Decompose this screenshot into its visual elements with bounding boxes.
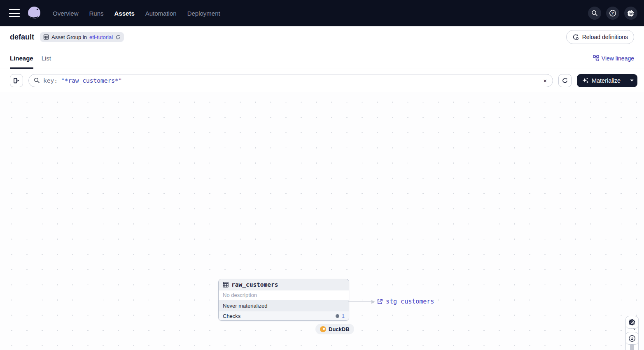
help-icon: ? [609,9,616,17]
global-search-button[interactable] [588,7,601,20]
dagster-logo[interactable] [26,5,42,21]
view-lineage-label: View lineage [602,55,634,62]
sparkle-icon [582,77,589,84]
asset-name: raw_customers [231,281,278,288]
tabs-bar: Lineage List View lineage [0,48,644,69]
recenter-button[interactable] [625,332,639,345]
nav-assets[interactable]: Assets [114,10,135,17]
materialize-label: Materialize [592,77,621,84]
top-navigation-bar: Overview Runs Assets Automation Deployme… [0,0,644,26]
asset-search-input[interactable]: key:"*raw_customers*" ✕ [28,74,553,87]
lineage-canvas[interactable]: raw_customers No description Never mater… [0,92,644,350]
nav-deployment[interactable]: Deployment [187,10,220,17]
clear-search-icon[interactable]: ✕ [542,77,547,84]
downstream-asset-name: stg_customers [386,298,434,305]
edge-arrow [348,299,376,305]
code-location-link[interactable]: etl-tutorial [89,34,113,40]
badge-text: Asset Group in [51,34,87,40]
reload-definitions-label: Reload definitions [582,34,628,40]
page-title: default [10,33,34,42]
recenter-icon [628,335,636,342]
tab-lineage[interactable]: Lineage [10,48,33,69]
graph-settings-button[interactable] [625,316,639,329]
lineage-graph-icon [593,55,599,61]
checks-label: Checks [223,313,240,319]
open-panel-icon [13,77,20,84]
duckdb-icon [320,326,326,332]
toggle-sidebar-button[interactable] [10,74,23,87]
refresh-icon [562,77,568,84]
lineage-toolbar: key:"*raw_customers*" ✕ Materialize [0,69,644,92]
user-settings-button[interactable] [624,7,637,20]
gear-icon [629,319,636,326]
asset-node-header: raw_customers [219,279,349,290]
materialize-button[interactable]: Materialize [577,74,626,87]
kind-tag-label: DuckDB [329,326,350,332]
materialize-dropdown-button[interactable] [626,74,637,87]
reload-location-icon[interactable] [115,35,121,40]
chevron-down-icon [630,79,634,82]
asset-group-badge: Asset Group in etl-tutorial [40,32,124,42]
search-key-token: key: [43,77,58,84]
svg-text:?: ? [611,11,614,15]
kind-tag-duckdb[interactable]: DuckDB [315,324,354,334]
checks-count: 1 [342,313,345,319]
nav-runs[interactable]: Runs [89,10,104,17]
nav-automation[interactable]: Automation [145,10,177,17]
tab-list[interactable]: List [42,48,51,69]
asset-status: Never materialized [219,300,349,311]
nav-overview[interactable]: Overview [53,10,79,17]
materialize-button-group: Materialize [577,74,637,87]
topnav-actions: ? [588,7,637,20]
hamburger-menu-icon[interactable] [9,9,20,17]
search-value-token: "*raw_customers*" [61,77,122,84]
asset-description: No description [219,290,349,300]
downstream-asset-stg-customers[interactable]: stg_customers [377,298,434,305]
refresh-graph-button[interactable] [558,74,572,87]
view-lineage-link[interactable]: View lineage [593,55,634,62]
table-icon [223,282,229,287]
search-icon [34,77,40,83]
table-icon [43,34,49,40]
external-link-icon [377,299,383,305]
search-icon [591,10,598,16]
gear-icon [628,10,635,17]
page-header: default Asset Group in etl-tutorial Relo… [0,26,644,48]
help-button[interactable]: ? [606,7,619,20]
asset-checks-row: Checks 1 [219,311,349,320]
check-status-dot [336,314,339,318]
asset-node-raw-customers[interactable]: raw_customers No description Never mater… [218,279,349,321]
reload-icon [572,34,579,40]
reload-definitions-button[interactable]: Reload definitions [566,30,634,44]
main-nav-links: Overview Runs Assets Automation Deployme… [53,10,220,17]
